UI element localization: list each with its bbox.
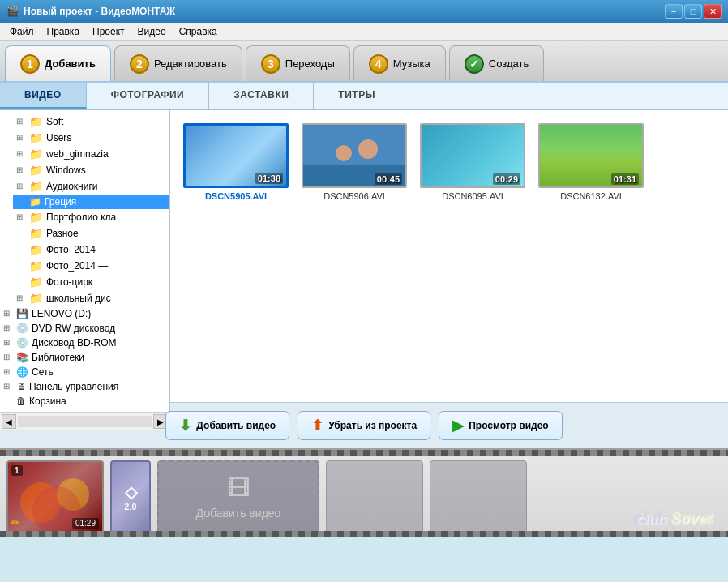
thumbnail-image: 00:29 [420, 123, 525, 188]
drive-icon: 💾 [16, 308, 28, 319]
add-video-button[interactable]: ⬇ Добавить видео [165, 411, 289, 440]
window-title: Новый проект - ВидеоМОНТАЖ [24, 6, 175, 17]
tree-label: Панель управления [29, 381, 118, 392]
tab-photos[interactable]: ФОТОГРАФИИ [87, 83, 210, 109]
tree-item-network[interactable]: ⊞ 🌐 Сеть [0, 365, 169, 379]
tab-titles[interactable]: ТИТРЫ [314, 83, 400, 109]
drive-icon: 💿 [16, 323, 28, 334]
svg-point-3 [358, 139, 378, 159]
scroll-left-btn[interactable]: ◀ [2, 414, 16, 429]
tab-screensavers[interactable]: ЗАСТАВКИ [209, 83, 314, 109]
timeline-edit-icon: ✏ [11, 517, 19, 529]
expand-icon [16, 261, 26, 271]
expand-icon: ⊞ [3, 382, 13, 392]
transition-label: 2.0 [124, 502, 136, 511]
folder-icon: 📁 [29, 227, 43, 240]
tree-item-misc[interactable]: 📁 Разное [13, 225, 169, 242]
step-number-3: 3 [261, 54, 280, 74]
expand-icon: ⊞ [16, 149, 26, 159]
tree-label: школьный дис [46, 293, 111, 304]
file-tree[interactable]: ⊞ 📁 Soft ⊞ 📁 Users ⊞ 📁 web_gimnazia ⊞ 📁 … [0, 110, 170, 412]
tree-item-web[interactable]: ⊞ 📁 web_gimnazia [13, 146, 169, 162]
tree-item-bdrom[interactable]: ⊞ 💿 Дисковод BD-ROM [0, 336, 169, 350]
minimize-button[interactable]: − [665, 4, 683, 19]
thumbnail-item[interactable]: 00:45 DSCN5906.AVI [302, 123, 407, 201]
expand-icon [16, 277, 26, 287]
tree-scrollbar-bottom: ◀ ▶ [0, 412, 169, 430]
step-check-icon: ✓ [465, 54, 484, 74]
timeline-transition[interactable]: ◇ 2.0 [110, 460, 151, 533]
svg-point-2 [336, 145, 352, 161]
timeline-clip-1[interactable]: 1 ✏ 01:29 [6, 460, 104, 533]
folder-icon: 📁 [29, 243, 43, 256]
step-label-1: Добавить [45, 58, 96, 70]
tree-item-windows[interactable]: ⊞ 📁 Windows [13, 162, 169, 178]
step-tab-create[interactable]: ✓ Создать [449, 45, 544, 81]
thumbnail-item[interactable]: 01:31 DSCN6132.AVI [538, 123, 644, 201]
menu-edit[interactable]: Правка [41, 24, 87, 39]
folder-icon: 📁 [29, 131, 43, 144]
preview-button[interactable]: ▶ Просмотр видео [439, 411, 562, 440]
tree-label: Портфолио кла [46, 212, 116, 223]
timeline-clip-number: 1 [11, 465, 23, 476]
network-icon: 🌐 [16, 366, 28, 378]
step-number-1: 1 [20, 54, 40, 74]
tree-label: DVD RW дисковод [32, 323, 115, 334]
thumbnail-image: 00:45 [302, 123, 407, 188]
step-tabs: 1 Добавить 2 Редактировать 3 Переходы 4 … [0, 41, 728, 83]
tree-item-dvdrw[interactable]: ⊞ 💿 DVD RW дисковод [0, 321, 169, 336]
preview-icon: ▶ [452, 417, 464, 434]
tree-label: web_gimnazia [46, 148, 109, 160]
add-video-tile[interactable]: 🎞 Добавить видео [157, 460, 319, 533]
step-tab-music[interactable]: 4 Музыка [353, 45, 446, 81]
tree-item-photo2014b[interactable]: 📁 Фото_2014 — [13, 258, 169, 274]
step-label-3: Переходы [285, 58, 335, 70]
tree-item-users[interactable]: ⊞ 📁 Users [13, 130, 169, 146]
tree-item-portfolio[interactable]: ⊞ 📁 Портфолио кла [13, 209, 169, 225]
expand-icon [3, 396, 13, 406]
menu-video[interactable]: Видео [131, 24, 173, 39]
tab-video[interactable]: ВИДЕО [0, 83, 87, 109]
tree-item-school[interactable]: ⊞ 📁 школьный дис [13, 290, 169, 306]
tree-item-greece[interactable]: 📁 Греция [13, 195, 169, 209]
step-tab-transitions[interactable]: 3 Переходы [246, 45, 350, 81]
add-video-icon: ⬇ [179, 417, 191, 434]
filmstrip-top [0, 450, 728, 456]
maximize-button[interactable]: □ [684, 4, 702, 19]
folder-icon: 📁 [29, 196, 41, 208]
expand-icon: ⊞ [3, 309, 13, 319]
tree-item-trash[interactable]: 🗑 Корзина [0, 394, 169, 409]
step-tab-add[interactable]: 1 Добавить [5, 45, 111, 81]
empty-tile-2 [430, 460, 527, 533]
scrollbar-thumb[interactable] [18, 416, 152, 427]
tree-item-soft[interactable]: ⊞ 📁 Soft [13, 113, 169, 130]
tree-item-audiobooks[interactable]: ⊞ 📁 Аудиокниги [13, 178, 169, 195]
tree-item-photo2014a[interactable]: 📁 Фото_2014 [13, 242, 169, 258]
tree-label: Библиотеки [32, 352, 84, 363]
timeline: 1 ✏ 01:29 ◇ 2.0 🎞 Добавить видео club So… [0, 448, 728, 537]
thumbnail-label: DSCN6132.AVI [560, 191, 622, 201]
file-tree-container: ⊞ 📁 Soft ⊞ 📁 Users ⊞ 📁 web_gimnazia ⊞ 📁 … [0, 110, 170, 402]
expand-icon: ⊞ [3, 353, 13, 362]
thumbnail-item[interactable]: 01:38 DSCN5905.AVI [183, 123, 289, 201]
tree-label: Фото_2014 — [46, 260, 108, 272]
menu-project[interactable]: Проект [86, 24, 131, 39]
tree-item-photocircus[interactable]: 📁 Фото-цирк [13, 274, 169, 290]
step-label-4: Музыка [393, 58, 430, 70]
thumbnail-label: DSCN5905.AVI [205, 191, 267, 201]
thumbnail-item[interactable]: 00:29 DSCN6095.AVI [420, 123, 525, 201]
drive-icon: 💿 [16, 337, 28, 349]
step-tab-edit[interactable]: 2 Редактировать [114, 45, 242, 81]
tree-item-controlpanel[interactable]: ⊞ 🖥 Панель управления [0, 379, 169, 394]
thumbnail-image: 01:31 [538, 123, 644, 188]
tree-item-lenovo[interactable]: ⊞ 💾 LENOVO (D:) [0, 306, 169, 321]
step-label-2: Редактировать [154, 58, 227, 70]
menu-help[interactable]: Справка [173, 24, 224, 39]
tree-label: Корзина [29, 396, 66, 407]
menu-file[interactable]: Файл [3, 24, 41, 39]
step-label-create: Создать [489, 58, 529, 70]
close-button[interactable]: ✕ [704, 4, 722, 19]
tree-label: Аудиокниги [46, 181, 98, 192]
tree-item-libraries[interactable]: ⊞ 📚 Библиотеки [0, 350, 169, 365]
remove-from-project-button[interactable]: ⬆ Убрать из проекта [298, 411, 430, 440]
